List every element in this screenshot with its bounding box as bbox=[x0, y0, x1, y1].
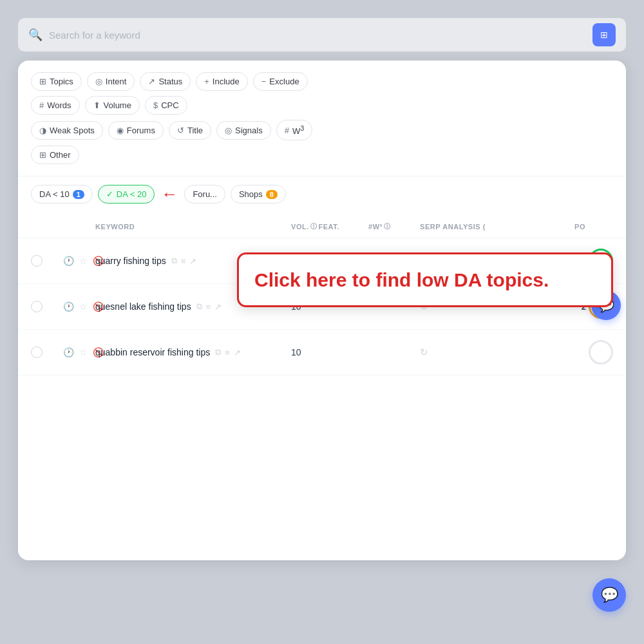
row2-icons: 🕐 ☆ 🚫 bbox=[63, 301, 95, 312]
search-button[interactable]: ⊞ bbox=[592, 23, 616, 46]
forums-filter[interactable]: ◉ Forums bbox=[108, 121, 164, 140]
filter-row-3: ◑ Weak Spots ◉ Forums ↺ Title ◎ Signals … bbox=[31, 120, 613, 140]
row3-checkbox[interactable] bbox=[31, 346, 63, 358]
star-icon[interactable]: ☆ bbox=[79, 256, 88, 266]
row3-volume: 10 bbox=[291, 347, 368, 357]
check-icon: ✓ bbox=[106, 189, 113, 199]
row3-keyword-actions: ⧉ ≡ ↗ bbox=[215, 347, 241, 357]
w3-filter[interactable]: # W3 bbox=[276, 120, 313, 140]
list-icon-2[interactable]: ≡ bbox=[206, 302, 211, 312]
other-icon: ⊞ bbox=[39, 150, 46, 160]
th-feat: FEAT. bbox=[318, 223, 339, 231]
table-row-3: 🕐 ☆ 🚫 quabbin reservoir fishing tips ⧉ ≡… bbox=[18, 330, 626, 375]
chips-row: DA < 10 1 ✓ DA < 20 ← Foru... Shops 8 bbox=[18, 176, 626, 211]
row3-keyword-cell: quabbin reservoir fishing tips ⧉ ≡ ↗ bbox=[95, 347, 291, 357]
th-w3[interactable]: #W³ ⓘ bbox=[368, 222, 420, 231]
row3-score-ring bbox=[589, 340, 613, 365]
da20-label: DA < 20 bbox=[117, 189, 147, 199]
row3-score bbox=[574, 340, 613, 365]
row1-keyword: quarry fishing tips bbox=[95, 256, 166, 266]
row1-keyword-actions: ⧉ ≡ ↗ bbox=[171, 256, 197, 266]
list-icon-3[interactable]: ≡ bbox=[225, 348, 230, 357]
da10-badge: 1 bbox=[73, 190, 84, 199]
da10-label: DA < 10 bbox=[39, 189, 70, 199]
bottom-chat-icon: 💬 bbox=[601, 587, 618, 603]
filter-row-4: ⊞ Other bbox=[31, 146, 613, 164]
row1-icons: 🕐 ☆ 🚫 bbox=[63, 256, 95, 266]
bottom-chat-button[interactable]: 💬 bbox=[592, 578, 626, 612]
list-icon[interactable]: ≡ bbox=[181, 256, 186, 266]
forums-chip-label: Foru... bbox=[193, 189, 217, 199]
table-header: KEYWORD VOL. ⓘ FEAT. #W³ ⓘ SERP ANALYSIS… bbox=[18, 216, 626, 238]
cpc-filter[interactable]: $ CPC bbox=[145, 96, 187, 115]
row1-checkbox[interactable] bbox=[31, 255, 63, 267]
volume-filter[interactable]: ⬆ Volume bbox=[85, 96, 140, 115]
star-icon-3[interactable]: ☆ bbox=[79, 347, 88, 357]
grid-icon: ⊞ bbox=[600, 30, 608, 40]
cpc-icon: $ bbox=[153, 100, 158, 110]
row3-keyword: quabbin reservoir fishing tips bbox=[95, 347, 210, 357]
words-icon: # bbox=[39, 100, 44, 110]
volume-icon: ⬆ bbox=[93, 100, 100, 110]
row3-refresh[interactable]: ↻ bbox=[420, 346, 471, 358]
external-link-icon[interactable]: ↗ bbox=[189, 256, 196, 266]
vol-info-icon: ⓘ bbox=[310, 222, 317, 231]
filter-row-2: # Words ⬆ Volume $ CPC bbox=[31, 96, 613, 115]
row2-keyword: quesnel lake fishing tips bbox=[95, 301, 191, 312]
tooltip-box: Click here to find low DA topics. bbox=[237, 252, 613, 307]
external-link-icon-2[interactable]: ↗ bbox=[214, 302, 222, 312]
da-10-chip[interactable]: DA < 10 1 bbox=[31, 185, 93, 204]
row2-checkbox[interactable] bbox=[31, 301, 63, 312]
topics-filter[interactable]: ⊞ Topics bbox=[31, 72, 82, 91]
words-filter[interactable]: # Words bbox=[31, 96, 80, 115]
include-icon: + bbox=[204, 77, 209, 86]
exclude-icon: − bbox=[261, 77, 267, 86]
da-20-chip[interactable]: ✓ DA < 20 bbox=[98, 185, 155, 204]
shops-label: Shops bbox=[239, 189, 263, 199]
main-card: ⊞ Topics ◎ Intent ↗ Status + Include − E… bbox=[18, 61, 626, 560]
weak-spots-icon: ◑ bbox=[39, 126, 46, 135]
title-filter[interactable]: ↺ Title bbox=[169, 121, 211, 140]
bg-search-bar: 🔍 Search for a keyword ⊞ bbox=[18, 18, 626, 52]
title-icon: ↺ bbox=[177, 126, 184, 135]
exclude-filter[interactable]: − Exclude bbox=[253, 72, 308, 91]
row2-keyword-actions: ⧉ ≡ ↗ bbox=[196, 301, 222, 312]
intent-icon: ◎ bbox=[95, 77, 102, 86]
tooltip-text: Click here to find low DA topics. bbox=[254, 269, 549, 290]
filter-row-1: ⊞ Topics ◎ Intent ↗ Status + Include − E… bbox=[31, 72, 613, 91]
arrow-left: ← bbox=[161, 184, 178, 204]
forums-chip[interactable]: Foru... bbox=[184, 185, 225, 204]
th-serp: SERP ANALYSIS ( bbox=[420, 223, 574, 231]
status-filter[interactable]: ↗ Status bbox=[140, 72, 191, 91]
star-icon-2[interactable]: ☆ bbox=[79, 301, 88, 312]
th-volume[interactable]: VOL. ⓘ FEAT. bbox=[291, 222, 368, 231]
row3-icons: 🕐 ☆ 🚫 bbox=[63, 347, 95, 357]
clock-icon[interactable]: 🕐 bbox=[63, 256, 74, 266]
copy-icon-2[interactable]: ⧉ bbox=[196, 301, 202, 312]
copy-icon[interactable]: ⧉ bbox=[171, 256, 177, 266]
w3-info-icon: ⓘ bbox=[384, 222, 391, 231]
include-filter[interactable]: + Include bbox=[196, 72, 248, 91]
topics-icon: ⊞ bbox=[39, 77, 46, 86]
signals-icon: ◎ bbox=[225, 126, 232, 135]
clock-icon-2[interactable]: 🕐 bbox=[63, 301, 74, 312]
th-keyword[interactable]: KEYWORD bbox=[95, 223, 291, 231]
external-link-icon-3[interactable]: ↗ bbox=[234, 348, 241, 357]
clock-icon-3[interactable]: 🕐 bbox=[63, 347, 74, 357]
forums-icon: ◉ bbox=[117, 126, 124, 135]
shops-chip[interactable]: Shops 8 bbox=[231, 185, 286, 204]
status-icon: ↗ bbox=[148, 77, 155, 86]
w3-icon: # bbox=[285, 126, 289, 135]
search-icon: 🔍 bbox=[28, 28, 43, 42]
copy-icon-3[interactable]: ⧉ bbox=[215, 347, 221, 357]
signals-filter[interactable]: ◎ Signals bbox=[216, 121, 271, 140]
search-placeholder: Search for a keyword bbox=[49, 30, 140, 41]
shops-badge: 8 bbox=[266, 190, 278, 199]
weak-spots-filter[interactable]: ◑ Weak Spots bbox=[31, 121, 103, 140]
filter-section: ⊞ Topics ◎ Intent ↗ Status + Include − E… bbox=[18, 61, 626, 176]
other-filter[interactable]: ⊞ Other bbox=[31, 146, 79, 164]
intent-filter[interactable]: ◎ Intent bbox=[87, 72, 135, 91]
th-po: PO bbox=[574, 223, 613, 231]
